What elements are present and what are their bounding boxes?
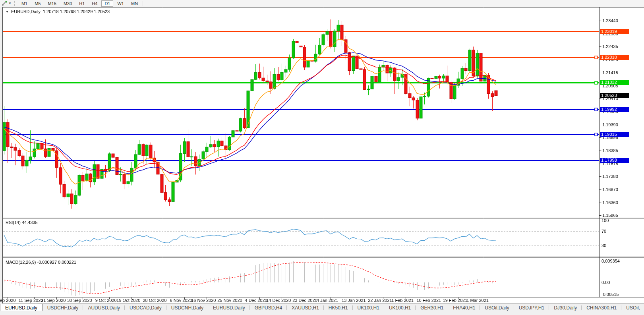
- price-axis-tick-label: 1.22435: [602, 44, 618, 49]
- timeframe-toolbar: ▼ M1M5M15M30H1H4D1W1MN: [0, 0, 644, 7]
- trading-terminal-window: { "toolbar": { "timeframes": [ {"label":…: [0, 0, 644, 315]
- date-axis-label: 14 Dec 2020: [266, 298, 291, 303]
- chart-tab-usdcnhdaily[interactable]: USDCNH,Daily: [166, 304, 208, 311]
- date-axis-label: 30 Sep 2020: [67, 298, 92, 303]
- macd-indicator-label: MACD(12,26,9) -0.000927 0.000221: [6, 260, 76, 265]
- timeframe-button-m30[interactable]: M30: [60, 0, 75, 7]
- timeframe-button-h4[interactable]: H4: [89, 0, 101, 7]
- price-chart-canvas[interactable]: [0, 0, 644, 315]
- status-strip: [0, 311, 644, 315]
- chart-tab-gbpusdh4[interactable]: GBPUSD,H4: [250, 304, 287, 311]
- chart-tab-ger30h1[interactable]: GER30,H1: [416, 304, 448, 311]
- date-axis-label: 22 Jan 2021: [368, 298, 392, 303]
- toolbar-dropdown-caret-icon[interactable]: ▼: [8, 2, 12, 5]
- rsi-axis-label: 30: [601, 243, 606, 248]
- chart-tab-uk100h1[interactable]: UK100,H1: [353, 304, 384, 311]
- date-axis-label: 21 Sep 2020: [41, 298, 66, 303]
- timeframe-button-d1[interactable]: D1: [101, 0, 113, 7]
- date-axis-label: 6 Nov 2020: [170, 298, 192, 303]
- chart-tab-dj30daily[interactable]: DJ30,Daily: [549, 304, 582, 311]
- chart-title: ▼ EURUSD,Daily 1.20718 1.20798 1.20429 1…: [6, 9, 110, 14]
- price-axis-tick-label: 1.16870: [602, 187, 618, 192]
- price-line-badge: 1.19015: [600, 132, 629, 137]
- chart-tab-usoildaily[interactable]: USOil,Daily: [480, 304, 514, 311]
- timeframe-button-m5[interactable]: M5: [31, 0, 44, 7]
- chart-menu-caret-icon[interactable]: ▼: [6, 10, 9, 14]
- price-line-badge: 1.19992: [600, 107, 629, 112]
- timeframe-button-h1[interactable]: H1: [76, 0, 88, 7]
- timeframe-button-m15[interactable]: M15: [44, 0, 59, 7]
- date-axis-label: 1 Mar 2021: [466, 298, 489, 303]
- chart-tab-usoil[interactable]: USOil,: [621, 304, 644, 311]
- price-axis-tick-label: 1.21415: [602, 70, 618, 75]
- timeframe-buttons-group: M1M5M15M30H1H4D1W1MN: [18, 0, 141, 7]
- chart-tab-eurusddaily[interactable]: EURUSD,Daily: [0, 304, 43, 311]
- price-axis-tick-label: 1.17380: [602, 174, 618, 179]
- price-line-badge: 1.23019: [600, 29, 629, 34]
- rsi-axis-label: 70: [601, 229, 606, 234]
- price-line-badge: 1.22010: [600, 55, 629, 60]
- macd-axis-label: 0.009354: [601, 259, 620, 263]
- date-axis-label: 16 Nov 2020: [191, 298, 216, 303]
- date-axis-label: 9 Oct 2020: [95, 298, 117, 303]
- timeframe-button-mn[interactable]: MN: [128, 0, 141, 7]
- chart-tab-audusddaily[interactable]: AUDUSD,Daily: [83, 304, 125, 311]
- chart-tab-xauusdh1[interactable]: XAUUSD,H1: [287, 304, 324, 311]
- crosshair-tool-icon[interactable]: [1, 0, 8, 6]
- chart-tab-usdjpyh1[interactable]: USDJPY,H1: [514, 304, 549, 311]
- date-axis-label: 2 Sep 2020: [0, 298, 16, 303]
- date-axis-label: 25 Nov 2020: [217, 298, 242, 303]
- chart-ohlc-values: 1.20718 1.20798 1.20429 1.20523: [43, 9, 110, 14]
- date-axis-label: 10 Feb 2021: [416, 298, 441, 303]
- price-line-badge: 1.21032: [600, 80, 629, 85]
- macd-axis-label: -0.00515: [601, 292, 619, 297]
- chart-tab-eurusddaily[interactable]: EURUSD,Daily: [208, 304, 250, 311]
- date-axis-label: 28 Oct 2020: [143, 298, 166, 303]
- current-price-badge: 1.20523: [600, 93, 629, 98]
- toolbar-separator: [143, 1, 143, 6]
- price-axis-tick-label: 1.15865: [602, 213, 618, 218]
- chart-tab-bar: EURUSD,DailyUSDCHF,DailyAUDUSD,DailyUSDC…: [0, 304, 644, 311]
- chart-tab-uk100h1[interactable]: UK100,H1: [384, 304, 416, 311]
- price-axis-tick-label: 1.16360: [602, 200, 618, 205]
- price-axis-tick-label: 1.19390: [602, 122, 618, 127]
- price-axis-tick-label: 1.18385: [602, 148, 618, 153]
- chart-tab-hk50h1[interactable]: HK50,H1: [324, 304, 353, 311]
- toolbar-grip-handle[interactable]: [14, 1, 16, 6]
- chart-tab-usdcaddaily[interactable]: USDCAD,Daily: [125, 304, 166, 311]
- chart-tab-china300h1[interactable]: CHINA300,H1: [582, 304, 621, 311]
- timeframe-button-m1[interactable]: M1: [18, 0, 31, 7]
- date-axis-label: 11 Sep 2020: [19, 298, 43, 303]
- date-axis-label: 19 Oct 2020: [116, 298, 140, 303]
- price-line-badge: 1.17998: [600, 158, 629, 163]
- rsi-axis-label: 100: [601, 218, 609, 223]
- date-axis-label: 19 Feb 2021: [443, 298, 468, 303]
- date-axis-label: 1 Feb 2021: [391, 298, 414, 303]
- date-axis-label: 4 Jan 2021: [317, 298, 338, 303]
- timeframe-button-w1[interactable]: W1: [114, 0, 127, 7]
- chart-symbol-label: EURUSD,Daily: [11, 9, 41, 14]
- date-axis-label: 13 Jan 2021: [342, 298, 366, 303]
- price-axis-tick-label: 1.23440: [602, 18, 618, 23]
- macd-axis-label: 0.00: [601, 280, 610, 285]
- chart-tab-usdchfdaily[interactable]: USDCHF,Daily: [43, 304, 83, 311]
- date-axis-label: 4 Dec 2020: [245, 298, 267, 303]
- date-axis-label: 23 Dec 2020: [292, 298, 317, 303]
- rsi-indicator-label: RSI(14) 44.4335: [6, 220, 38, 225]
- chart-tab-fra40h1[interactable]: FRA40,H1: [448, 304, 480, 311]
